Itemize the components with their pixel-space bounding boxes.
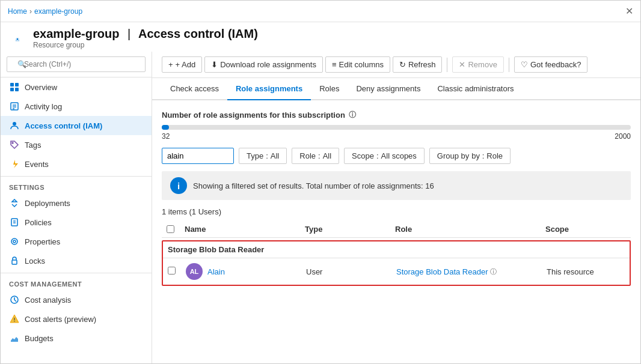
breadcrumb-sep: › bbox=[29, 7, 32, 16]
edit-columns-button[interactable]: ≡ Edit columns bbox=[325, 56, 390, 73]
tab-deny-assignments-label: Deny assignments bbox=[356, 84, 420, 93]
tab-roles[interactable]: Roles bbox=[311, 78, 348, 100]
role-filter-label: Role bbox=[299, 151, 316, 160]
role-filter-colon: : bbox=[318, 151, 320, 160]
tab-check-access[interactable]: Check access bbox=[162, 78, 227, 100]
sidebar-item-budgets[interactable]: Budgets bbox=[1, 329, 152, 348]
filter-row: Type : All Role : All Scope : All scopes bbox=[162, 148, 631, 164]
svg-rect-19 bbox=[14, 318, 15, 320]
role-filter-value: All bbox=[323, 151, 331, 160]
sidebar-nav: Overview Activity log bbox=[1, 77, 152, 363]
groupby-filter[interactable]: Group by by : Role bbox=[429, 148, 511, 164]
tab-check-access-label: Check access bbox=[170, 84, 219, 93]
sidebar-item-cost-alerts[interactable]: Cost alerts (preview) bbox=[1, 309, 152, 329]
info-banner-text: Showing a filtered set of results. Total… bbox=[193, 181, 434, 190]
close-button[interactable]: ✕ bbox=[625, 5, 633, 17]
breadcrumb-group[interactable]: example-group bbox=[34, 7, 82, 16]
download-button[interactable]: ⬇ Download role assignments bbox=[204, 56, 323, 73]
progress-labels: 32 2000 bbox=[162, 132, 631, 141]
breadcrumb: Home › example-group bbox=[8, 7, 625, 16]
sidebar-item-access-control-label: Access control (IAM) bbox=[25, 121, 102, 130]
groupby-filter-label: Group by bbox=[437, 151, 469, 160]
sidebar-item-overview[interactable]: Overview bbox=[1, 77, 152, 97]
progress-max: 2000 bbox=[615, 132, 631, 141]
toolbar-divider-2 bbox=[509, 58, 509, 72]
deployments-icon bbox=[9, 198, 20, 208]
row-checkbox[interactable] bbox=[168, 267, 176, 275]
user-name-link[interactable]: Alain bbox=[207, 267, 225, 276]
sidebar-item-properties[interactable]: Properties bbox=[1, 232, 152, 251]
role-filter[interactable]: Role : All bbox=[292, 148, 339, 164]
type-filter[interactable]: Type : All bbox=[239, 148, 287, 164]
role-link[interactable]: Storage Blob Data Reader ⓘ bbox=[396, 267, 547, 276]
info-circle-icon: i bbox=[170, 177, 187, 194]
tab-role-assignments[interactable]: Role assignments bbox=[227, 78, 311, 100]
sidebar-item-locks[interactable]: Locks bbox=[1, 251, 152, 270]
properties-icon bbox=[9, 236, 20, 247]
scope-filter[interactable]: Scope : All scopes bbox=[344, 148, 425, 164]
sidebar-item-cost-analysis[interactable]: Cost analysis bbox=[1, 290, 152, 309]
sidebar-item-events-label: Events bbox=[25, 160, 49, 169]
type-filter-label: Type bbox=[247, 151, 263, 160]
header-type: Type bbox=[305, 225, 395, 234]
svg-rect-2 bbox=[10, 83, 14, 86]
edit-columns-icon: ≡ bbox=[332, 60, 337, 69]
sidebar-item-events[interactable]: Events bbox=[1, 154, 152, 174]
budgets-icon bbox=[9, 333, 20, 344]
remove-button[interactable]: ✕ Remove bbox=[452, 56, 503, 73]
svg-rect-20 bbox=[14, 321, 15, 322]
refresh-icon: ↻ bbox=[399, 60, 406, 69]
tab-deny-assignments[interactable]: Deny assignments bbox=[348, 78, 429, 100]
sidebar: 🔍 Overview Activity log bbox=[1, 52, 152, 363]
svg-rect-17 bbox=[12, 260, 17, 264]
access-control-icon bbox=[9, 120, 20, 131]
title-text: example-group | Access control (IAM) Res… bbox=[33, 27, 258, 49]
breadcrumb-home[interactable]: Home bbox=[8, 7, 27, 16]
svg-rect-12 bbox=[11, 219, 17, 226]
iam-icon bbox=[8, 29, 27, 48]
subscription-info-icon[interactable]: ⓘ bbox=[349, 110, 356, 120]
name-filter-input[interactable] bbox=[162, 148, 234, 164]
sidebar-item-tags[interactable]: Tags bbox=[1, 135, 152, 154]
app-window: Home › example-group ✕ example-group | A… bbox=[0, 0, 641, 364]
select-all-checkbox[interactable] bbox=[167, 225, 174, 233]
download-icon: ⬇ bbox=[211, 60, 218, 69]
tags-icon bbox=[9, 139, 20, 150]
sidebar-item-access-control[interactable]: Access control (IAM) bbox=[1, 116, 152, 135]
feedback-button[interactable]: ♡ Got feedback? bbox=[514, 56, 588, 73]
role-name: Storage Blob Data Reader bbox=[396, 267, 488, 276]
tab-classic-admins[interactable]: Classic administrators bbox=[429, 78, 522, 100]
title-group-name: example-group bbox=[33, 27, 119, 40]
scope-filter-value: All scopes bbox=[381, 151, 417, 160]
sidebar-item-activity-log-label: Activity log bbox=[25, 102, 62, 111]
sidebar-item-overview-label: Overview bbox=[25, 83, 57, 92]
tab-classic-admins-label: Classic administrators bbox=[437, 84, 514, 93]
feedback-icon: ♡ bbox=[521, 60, 528, 69]
overview-icon bbox=[9, 82, 20, 93]
search-input[interactable] bbox=[7, 56, 146, 72]
title-divider: | bbox=[127, 27, 130, 40]
sidebar-item-tags-label: Tags bbox=[25, 141, 41, 150]
add-icon: + bbox=[168, 60, 173, 69]
scope-filter-colon: : bbox=[376, 151, 379, 160]
sidebar-item-deployments-label: Deployments bbox=[25, 199, 70, 208]
cost-alerts-icon bbox=[9, 314, 20, 324]
remove-label: Remove bbox=[468, 60, 497, 69]
sidebar-item-activity-log[interactable]: Activity log bbox=[1, 97, 152, 116]
progress-bar-container: 32 2000 bbox=[162, 125, 631, 141]
title-bar: example-group | Access control (IAM) Res… bbox=[1, 22, 640, 52]
tab-role-assignments-label: Role assignments bbox=[236, 84, 302, 93]
svg-point-10 bbox=[13, 122, 16, 126]
sidebar-item-deployments[interactable]: Deployments bbox=[1, 193, 152, 213]
sidebar-item-locks-label: Locks bbox=[25, 256, 45, 265]
sidebar-item-policies[interactable]: Policies bbox=[1, 213, 152, 232]
sidebar-item-cost-alerts-label: Cost alerts (preview) bbox=[25, 315, 96, 324]
svg-point-1 bbox=[17, 38, 19, 40]
refresh-button[interactable]: ↻ Refresh bbox=[393, 56, 443, 73]
avatar: AL bbox=[186, 263, 203, 280]
cost-analysis-icon bbox=[9, 294, 20, 305]
svg-point-15 bbox=[11, 238, 17, 244]
add-button[interactable]: + + Add bbox=[162, 56, 202, 73]
activity-log-icon bbox=[9, 101, 20, 112]
row-scope-col: This resource bbox=[547, 267, 640, 276]
